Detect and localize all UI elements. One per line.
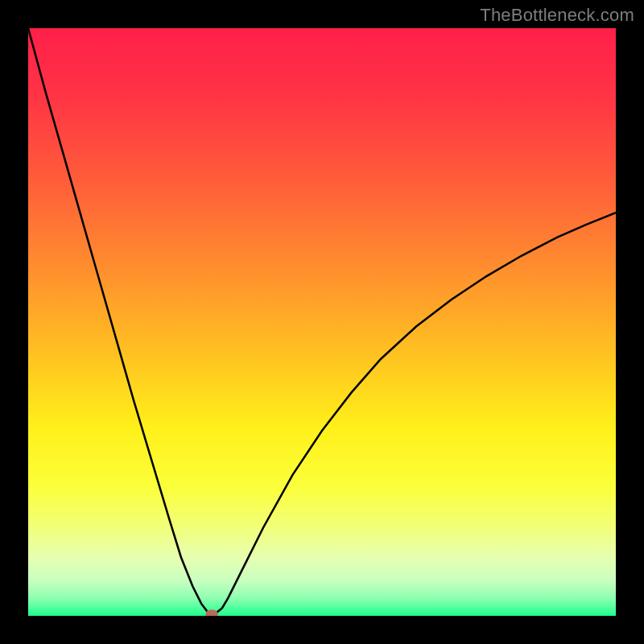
plot-area [28, 28, 616, 616]
minimum-marker [206, 609, 218, 616]
watermark-text: TheBottleneck.com [480, 5, 634, 26]
bottleneck-curve [28, 28, 616, 616]
outer-black-frame: TheBottleneck.com [0, 0, 644, 644]
curve-path [28, 28, 616, 614]
